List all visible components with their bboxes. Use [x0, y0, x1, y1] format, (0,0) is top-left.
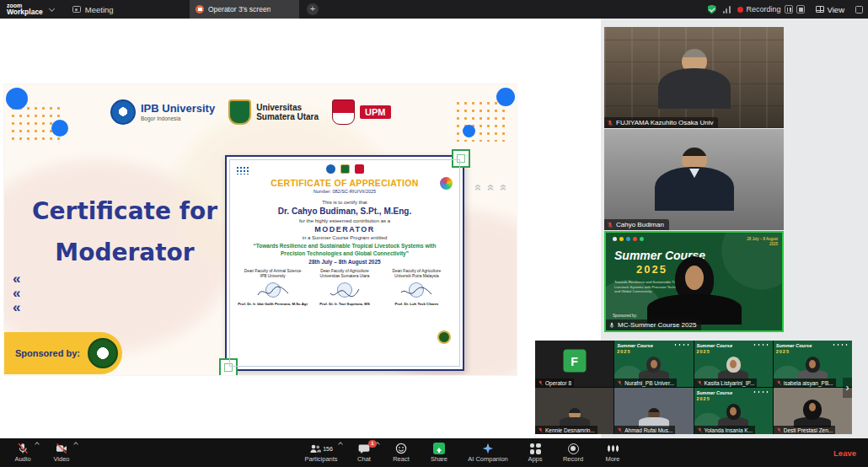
participant-silhouette — [718, 357, 748, 380]
summer-course-bg-sponsored: Sponsored by: — [613, 314, 637, 318]
participant-tile[interactable]: Summer Course 2025 Nurafni_PB Univer... — [614, 341, 693, 387]
record-button[interactable]: Record — [553, 438, 593, 467]
upm-wordmark: UPM — [360, 105, 390, 119]
muted-mic-icon — [538, 380, 544, 386]
muted-mic-icon — [538, 427, 544, 433]
add-tab-button[interactable] — [307, 3, 319, 15]
participant-name-badge: Nurafni_PB Univer... — [614, 378, 677, 387]
summer-course-logo — [440, 177, 453, 190]
summer-course-bg-logos — [753, 343, 770, 346]
ai-companion-button[interactable]: AI Companion — [458, 438, 517, 467]
program-intro-text: in a Summer Course Program entitled — [230, 235, 459, 240]
participant-tile[interactable]: Desti Prestasi Zen... — [774, 388, 852, 434]
participant-tile[interactable]: Kennie Desnamrin... — [535, 388, 613, 434]
summer-course-bg-logos — [753, 390, 770, 394]
meeting-tab[interactable]: Meeting — [72, 5, 114, 14]
security-shield-icon[interactable] — [708, 5, 716, 14]
muted-mic-icon — [776, 380, 782, 386]
signatory-name: Prof. Dr. Ir. Tavi Supriana, MS — [308, 302, 380, 306]
connection-signal-icon — [723, 6, 731, 13]
ai-companion-sparkle-icon — [482, 443, 494, 454]
role-text: MODERATOR — [230, 225, 459, 234]
active-speaker-tile[interactable]: 28 July – 8 August 2025 Summer Course 20… — [604, 231, 784, 332]
participant-tile[interactable]: Ahmad Rufai Mus... — [614, 388, 693, 434]
leave-button[interactable]: Leave — [828, 438, 861, 467]
apps-label: Apps — [528, 455, 542, 463]
pause-recording-button[interactable] — [785, 5, 793, 13]
audio-button[interactable]: Audio — [3, 438, 42, 467]
view-button[interactable]: View — [812, 3, 849, 16]
share-label: Share — [431, 455, 447, 463]
participant-silhouette — [655, 148, 734, 211]
upm-logo: UPM — [332, 99, 390, 125]
signatory-name: Prof. Dr. Loh Teck Chwen — [381, 302, 453, 306]
muted-mic-icon — [607, 222, 613, 228]
share-screen-button[interactable]: Share — [420, 438, 458, 467]
decor-blue-circle — [51, 120, 68, 137]
participants-count: 156 — [323, 446, 333, 452]
screen-tab-label: Operator 3's screen — [208, 5, 271, 13]
slide-title-line1: Certificate for — [21, 197, 228, 225]
react-label: React — [393, 455, 410, 463]
participants-button[interactable]: 156 Participants — [297, 438, 346, 467]
slide-title-line2: Moderator — [21, 239, 228, 266]
participant-name: isabela aisyan_PB... — [784, 380, 833, 386]
participant-name: Nurafni_PB Univer... — [624, 380, 674, 386]
video-label: Video — [53, 455, 69, 463]
ipb-crest-icon — [326, 164, 335, 174]
zoom-workplace-logo: zoom Workplace — [7, 3, 43, 16]
participant-tile[interactable]: Summer Course 2025 isabela aisyan_PB... — [774, 341, 852, 387]
participant-gallery-strip: F Operator 8 Summer Course 2025 Nurafni_… — [535, 341, 852, 434]
participant-name: Desti Prestasi Zen... — [784, 427, 833, 433]
participant-tile[interactable]: Summer Course 2025 Yolanda Insania K... — [694, 388, 773, 434]
summer-course-bg-title: Summer Course 2025 — [697, 343, 733, 354]
usu-name-line2: Sumatera Utara — [256, 112, 319, 122]
usu-crest-icon — [228, 99, 251, 125]
avatar: F — [563, 350, 586, 373]
video-thumbnails-column: FUJIYAMA Kazuhito Osaka Univ Cahyo Budim… — [604, 27, 784, 333]
chat-unread-badge: 1 — [368, 440, 377, 448]
summer-course-bg-logos — [613, 237, 644, 241]
certificate-title: CERTIFICATE OF APPRECIATION — [230, 178, 459, 188]
participant-name-badge: MC-Summer Course 2025 — [606, 319, 701, 330]
smiley-react-icon — [395, 443, 407, 454]
decor-blue-circle — [6, 88, 28, 110]
participant-name: Kennie Desnamrin... — [545, 427, 595, 433]
video-tile[interactable]: Cahyo Budiman — [604, 129, 784, 230]
titlebar: zoom Workplace Meeting Operator 3's scre… — [0, 0, 868, 19]
chat-button[interactable]: 1 Chat — [346, 438, 383, 467]
participant-silhouette — [794, 400, 831, 427]
fullscreen-icon[interactable] — [855, 6, 863, 13]
react-button[interactable]: React — [383, 438, 420, 467]
recording-indicator: Recording — [737, 5, 805, 13]
participants-chevron-icon[interactable] — [338, 442, 343, 447]
video-options-chevron-icon[interactable] — [73, 442, 78, 447]
participant-tile[interactable]: Summer Course 2025 Kasita Listyarini_IP.… — [694, 341, 773, 387]
tab-operator-screen[interactable]: Operator 3's screen — [190, 0, 299, 19]
participant-tile[interactable]: F Operator 8 — [535, 341, 613, 387]
certify-text: This is to certify that — [230, 200, 459, 205]
more-button[interactable]: More — [593, 438, 632, 467]
audio-options-chevron-icon[interactable] — [35, 442, 40, 447]
gallery-scroll-next-button[interactable] — [843, 378, 852, 398]
summer-course-bg-title: Summer Course 2025 — [617, 343, 653, 354]
participant-name-badge: FUJIYAMA Kazuhito Osaka Univ — [604, 117, 718, 128]
apps-button[interactable]: Apps — [517, 438, 553, 467]
video-button[interactable]: Video — [42, 438, 81, 467]
participant-name: Kasita Listyarini_IP... — [705, 380, 755, 386]
muted-mic-icon — [607, 120, 613, 126]
participant-silhouette — [560, 408, 590, 427]
decor-chevrons-left — [13, 271, 20, 314]
muted-mic-icon — [697, 427, 703, 433]
video-tile[interactable]: FUJIYAMA Kazuhito Osaka Univ — [604, 27, 784, 128]
toolbar-left-group: Audio Video — [3, 438, 81, 467]
participant-name-badge: Operator 8 — [535, 378, 574, 387]
usu-crest-icon — [340, 164, 350, 174]
chevron-down-icon[interactable] — [49, 5, 55, 11]
stop-recording-button[interactable] — [796, 5, 805, 13]
muted-mic-icon — [617, 427, 623, 433]
sponsor-logo — [88, 338, 118, 368]
participants-label: Participants — [304, 455, 337, 463]
more-ellipsis-icon — [607, 443, 619, 454]
summer-course-bg-title: Summer Course 2025 — [697, 390, 733, 401]
